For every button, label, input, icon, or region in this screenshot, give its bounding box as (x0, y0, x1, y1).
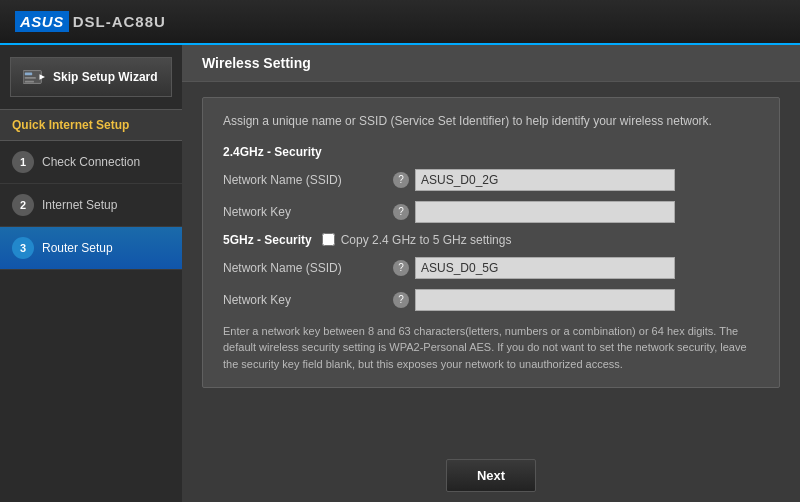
quick-setup-label: Quick Internet Setup (0, 109, 182, 141)
sidebar-item-label-1: Check Connection (42, 155, 140, 169)
key-24-help-icon[interactable]: ? (393, 204, 409, 220)
asus-brand: ASUS (15, 11, 69, 32)
content-header: Wireless Setting (182, 45, 800, 82)
ssid-5-help-icon[interactable]: ? (393, 260, 409, 276)
ssid-24-input[interactable] (415, 169, 675, 191)
brand-logo: ASUS DSL-AC88U (15, 11, 166, 32)
page-title: Wireless Setting (202, 55, 311, 71)
ssid-5-input[interactable] (415, 257, 675, 279)
model-name: DSL-AC88U (73, 13, 166, 30)
sidebar-item-check-connection[interactable]: 1 Check Connection (0, 141, 182, 184)
copy-settings-row: Copy 2.4 GHz to 5 GHz settings (322, 233, 512, 247)
sidebar-item-internet-setup[interactable]: 2 Internet Setup (0, 184, 182, 227)
svg-rect-2 (25, 77, 36, 79)
app-header: ASUS DSL-AC88U (0, 0, 800, 45)
skip-wizard-label: Skip Setup Wizard (53, 70, 158, 84)
ssid-24-row: Network Name (SSID) ? (223, 169, 759, 191)
step-circle-1: 1 (12, 151, 34, 173)
content-body: Assign a unique name or SSID (Service Se… (182, 82, 800, 451)
svg-rect-1 (25, 72, 32, 75)
ssid-5-row: Network Name (SSID) ? (223, 257, 759, 279)
ssid-5-label: Network Name (SSID) (223, 261, 393, 275)
copy-settings-label: Copy 2.4 GHz to 5 GHz settings (341, 233, 512, 247)
sidebar-item-label-2: Internet Setup (42, 198, 117, 212)
key-5-input[interactable] (415, 289, 675, 311)
sidebar-item-label-3: Router Setup (42, 241, 113, 255)
svg-marker-4 (40, 74, 46, 80)
main-layout: Skip Setup Wizard Quick Internet Setup 1… (0, 45, 800, 502)
section-24ghz-label: 2.4GHz - Security (223, 145, 759, 159)
form-container: Assign a unique name or SSID (Service Se… (202, 97, 780, 388)
key-24-input[interactable] (415, 201, 675, 223)
key-5-help-icon[interactable]: ? (393, 292, 409, 308)
skip-wizard-button[interactable]: Skip Setup Wizard (10, 57, 172, 97)
key-24-row: Network Key ? (223, 201, 759, 223)
skip-icon (23, 68, 45, 86)
next-button[interactable]: Next (446, 459, 536, 492)
ssid-24-label: Network Name (SSID) (223, 173, 393, 187)
step-circle-3: 3 (12, 237, 34, 259)
footer: Next (182, 451, 800, 502)
key-5-label: Network Key (223, 293, 393, 307)
key-24-label: Network Key (223, 205, 393, 219)
sidebar: Skip Setup Wizard Quick Internet Setup 1… (0, 45, 182, 502)
info-text: Enter a network key between 8 and 63 cha… (223, 323, 759, 373)
copy-settings-checkbox[interactable] (322, 233, 335, 246)
svg-rect-3 (25, 81, 34, 83)
content-area: Wireless Setting Assign a unique name or… (182, 45, 800, 502)
key-5-row: Network Key ? (223, 289, 759, 311)
sidebar-item-router-setup[interactable]: 3 Router Setup (0, 227, 182, 270)
ssid-24-help-icon[interactable]: ? (393, 172, 409, 188)
description-text: Assign a unique name or SSID (Service Se… (223, 113, 759, 130)
step-circle-2: 2 (12, 194, 34, 216)
section-5ghz-label: 5GHz - Security (223, 233, 312, 247)
